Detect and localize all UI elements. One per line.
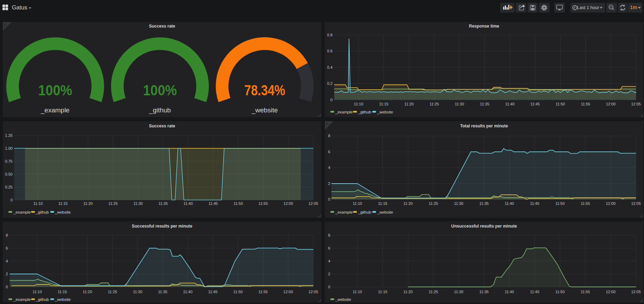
svg-text:0: 0: [328, 197, 330, 201]
svg-text:6: 6: [328, 150, 330, 154]
svg-text:0.6: 0.6: [327, 49, 332, 53]
svg-text:Gatus: Gatus: [12, 4, 27, 10]
svg-text:11:35: 11:35: [158, 290, 167, 294]
svg-text:11:10: 11:10: [353, 290, 362, 294]
svg-text:11:30: 11:30: [133, 201, 143, 206]
svg-text:2: 2: [6, 272, 8, 276]
svg-text:_github: _github: [35, 297, 49, 302]
svg-text:11:20: 11:20: [404, 102, 414, 106]
svg-text:12:05: 12:05: [631, 201, 641, 206]
svg-text:11:25: 11:25: [429, 290, 438, 294]
svg-text:Last 1 hour: Last 1 hour: [577, 5, 599, 10]
svg-text:11:25: 11:25: [429, 201, 438, 206]
svg-text:_example: _example: [13, 297, 31, 302]
svg-text:11:50: 11:50: [555, 290, 565, 294]
svg-text:11:10: 11:10: [353, 201, 362, 206]
svg-text:1m: 1m: [630, 5, 637, 10]
svg-text:11:55: 11:55: [581, 201, 590, 206]
svg-text:11:35: 11:35: [480, 102, 489, 106]
svg-text:11:25: 11:25: [108, 201, 118, 206]
svg-text:12:00: 12:00: [283, 290, 293, 294]
svg-text:6: 6: [328, 246, 330, 250]
svg-text:4: 4: [328, 165, 330, 170]
svg-text:2: 2: [328, 272, 330, 276]
svg-text:11:45: 11:45: [530, 201, 540, 206]
svg-text:11:20: 11:20: [403, 201, 413, 206]
svg-text:11:10: 11:10: [354, 102, 363, 106]
svg-text:11:30: 11:30: [454, 201, 463, 206]
svg-text:Success rate: Success rate: [149, 24, 175, 29]
svg-text:_github: _github: [35, 210, 49, 214]
svg-text:11:35: 11:35: [480, 290, 489, 294]
svg-text:11:45: 11:45: [208, 290, 218, 294]
svg-text:11:40: 11:40: [183, 290, 192, 294]
svg-text:11:35: 11:35: [480, 201, 489, 206]
svg-text:11:55: 11:55: [581, 102, 590, 106]
svg-text:11:50: 11:50: [556, 102, 565, 106]
svg-text:0: 0: [328, 285, 330, 289]
svg-text:11:40: 11:40: [505, 201, 514, 206]
svg-text:100%: 100%: [143, 82, 177, 98]
svg-text:_example: _example: [41, 106, 69, 114]
svg-text:_github: _github: [358, 110, 371, 114]
svg-text:12:05: 12:05: [308, 201, 318, 206]
svg-text:_website: _website: [377, 110, 393, 114]
svg-text:_example: _example: [335, 210, 353, 214]
svg-text:11:55: 11:55: [258, 290, 268, 294]
svg-text:11:50: 11:50: [233, 290, 243, 294]
svg-text:11:15: 11:15: [58, 290, 67, 294]
svg-text:_github: _github: [358, 210, 371, 214]
svg-text:100%: 100%: [38, 82, 72, 98]
svg-text:6: 6: [6, 246, 8, 250]
svg-text:_website: _website: [335, 297, 351, 302]
svg-text:0.4: 0.4: [327, 65, 332, 69]
svg-text:11:50: 11:50: [234, 201, 243, 206]
svg-text:Unsuccessful results per minut: Unsuccessful results per minute: [451, 224, 517, 229]
svg-text:11:20: 11:20: [403, 290, 413, 294]
svg-text:8: 8: [328, 134, 330, 138]
svg-text:78.34%: 78.34%: [244, 82, 285, 98]
svg-text:4: 4: [328, 259, 330, 263]
svg-text:11:25: 11:25: [430, 102, 439, 106]
svg-text:11:20: 11:20: [83, 201, 93, 206]
svg-text:12:00: 12:00: [606, 102, 616, 106]
svg-text:11:25: 11:25: [108, 290, 117, 294]
svg-text:2: 2: [328, 181, 330, 186]
svg-text:11:15: 11:15: [378, 201, 388, 206]
svg-text:11:30: 11:30: [133, 290, 142, 294]
svg-text:Response time: Response time: [469, 24, 499, 29]
svg-text:_website: _website: [251, 106, 278, 114]
svg-text:0.50: 0.50: [5, 172, 13, 176]
svg-text:_github: _github: [149, 106, 171, 114]
svg-text:12:00: 12:00: [606, 290, 616, 294]
svg-text:0.25: 0.25: [5, 185, 13, 189]
svg-text:0: 0: [10, 198, 13, 202]
svg-text:11:45: 11:45: [530, 102, 540, 106]
svg-text:_website: _website: [54, 210, 71, 214]
svg-text:0.75: 0.75: [5, 159, 13, 163]
svg-text:_website: _website: [54, 297, 71, 302]
svg-text:11:55: 11:55: [258, 201, 268, 206]
svg-text:11:15: 11:15: [58, 201, 68, 206]
svg-text:Total results per minute: Total results per minute: [460, 124, 508, 128]
svg-text:_website: _website: [377, 210, 393, 214]
svg-text:8: 8: [328, 233, 330, 237]
svg-text:4: 4: [6, 259, 8, 263]
svg-text:12:05: 12:05: [631, 102, 641, 106]
svg-text:11:40: 11:40: [505, 102, 515, 106]
svg-text:0: 0: [330, 98, 332, 102]
svg-text:12:05: 12:05: [631, 290, 641, 294]
svg-text:11:50: 11:50: [555, 201, 565, 206]
svg-text:11:10: 11:10: [33, 201, 43, 206]
svg-text:11:45: 11:45: [530, 290, 540, 294]
svg-text:0.8: 0.8: [327, 33, 332, 37]
svg-text:11:40: 11:40: [183, 201, 193, 206]
svg-text:12:00: 12:00: [284, 201, 293, 206]
svg-text:12:05: 12:05: [308, 290, 318, 294]
svg-text:11:30: 11:30: [454, 290, 463, 294]
svg-text:11:10: 11:10: [32, 290, 42, 294]
svg-text:11:55: 11:55: [581, 290, 590, 294]
svg-text:11:40: 11:40: [505, 290, 514, 294]
svg-text:0: 0: [6, 285, 8, 289]
svg-text:8: 8: [6, 233, 8, 237]
